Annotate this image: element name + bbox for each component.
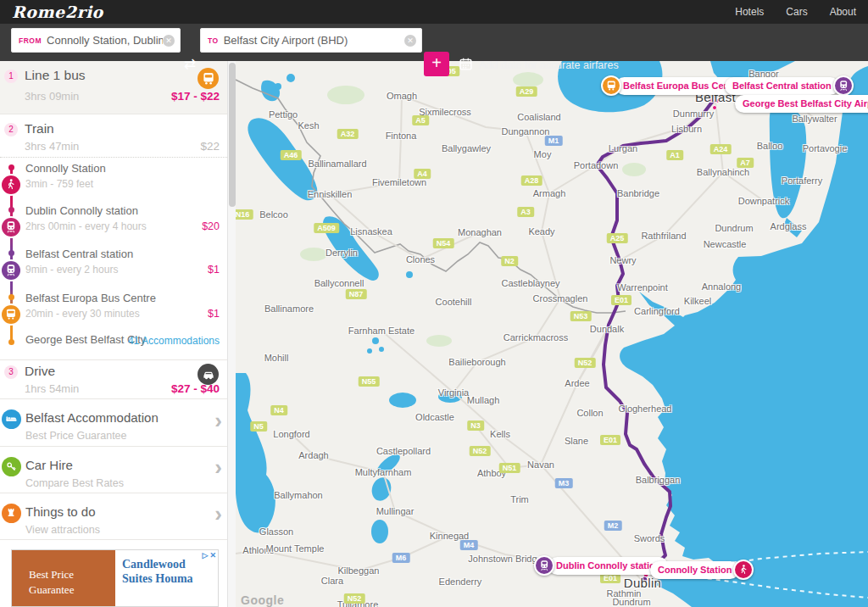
google-watermark: Google bbox=[241, 593, 284, 607]
clear-from-icon[interactable]: ✕ bbox=[163, 35, 175, 47]
route-title: Train bbox=[25, 121, 54, 136]
ad-left-text: Best Price Guarantee bbox=[12, 550, 115, 606]
swap-icon[interactable] bbox=[181, 52, 198, 76]
promo-car-hire[interactable]: Car Hire Compare Best Rates bbox=[0, 447, 227, 493]
route-price: $27 - $40 bbox=[171, 382, 220, 395]
scrollbar-thumb[interactable] bbox=[229, 63, 236, 207]
leg-detail: 2hrs 00min - every 4 hours bbox=[25, 220, 147, 232]
promo-title: Car Hire bbox=[25, 458, 73, 472]
promo-subtitle: View attractions bbox=[25, 524, 100, 536]
bus-icon bbox=[198, 68, 219, 89]
train-icon bbox=[534, 555, 554, 576]
rome2rio-logo[interactable]: Rome2rio bbox=[12, 3, 103, 21]
results-sidebar: 1 Line 1 bus 3hrs 09min $17 - $22 2 Trai… bbox=[0, 61, 227, 607]
bed-icon bbox=[2, 409, 21, 429]
route-duration: 3hrs 09min bbox=[25, 90, 79, 103]
calendar-icon[interactable] bbox=[459, 57, 473, 71]
train-route-details: Connolly Station 3min - 759 feet Dublin … bbox=[0, 158, 227, 360]
chevron-right-icon bbox=[214, 408, 222, 434]
add-date-hint[interactable]: Add date for accurate airfares bbox=[479, 59, 619, 71]
timeline-dot bbox=[8, 250, 14, 256]
timeline-dot bbox=[8, 339, 14, 345]
from-field[interactable]: FROM ✕ bbox=[11, 28, 181, 53]
marker-label: Connolly Station bbox=[650, 561, 739, 579]
to-label: TO bbox=[208, 36, 219, 45]
castle-icon bbox=[2, 504, 21, 523]
accommodations-link[interactable]: 41 Accommodations bbox=[128, 335, 220, 347]
walk-icon bbox=[733, 560, 754, 580]
marker-label: George Best Belfast City Airport bbox=[735, 95, 868, 113]
map-marker-belfast-central-station[interactable]: Belfast Central station bbox=[725, 75, 854, 96]
train-icon bbox=[2, 261, 20, 280]
promo-accommodation[interactable]: Belfast Accommodation Best Price Guarant… bbox=[0, 399, 227, 447]
map-canvas[interactable]: PettigoKeshOmaghSixmilecrossFintonaBally… bbox=[236, 61, 868, 607]
leg-station: Belfast Europa Bus Centre bbox=[25, 292, 156, 304]
walk-icon bbox=[2, 175, 20, 194]
promo-title: Belfast Accommodation bbox=[25, 410, 159, 425]
leg-station: Connolly Station bbox=[25, 162, 106, 175]
from-input[interactable] bbox=[47, 34, 163, 47]
bus-icon bbox=[601, 75, 621, 96]
timeline-dot bbox=[8, 294, 14, 300]
leg-detail: 20min - every 30 minutes bbox=[25, 308, 140, 320]
route-number: 1 bbox=[4, 70, 18, 83]
leg-price: $1 bbox=[208, 308, 220, 320]
leg-price: $1 bbox=[208, 264, 220, 276]
advertisement[interactable]: Best Price Guarantee Candlewood Suites H… bbox=[11, 549, 219, 607]
map-marker-connolly-station[interactable]: Connolly Station bbox=[650, 560, 754, 580]
nav-cars[interactable]: Cars bbox=[786, 6, 807, 18]
route-duration: 1hrs 54min bbox=[25, 382, 79, 395]
top-header: Rome2rio Hotels Cars About bbox=[0, 0, 868, 24]
adchoices-icon[interactable] bbox=[203, 551, 216, 560]
leg-detail: 3min - 759 feet bbox=[25, 178, 93, 190]
leg-station: Belfast Central station bbox=[25, 248, 133, 260]
timeline-dot bbox=[8, 164, 14, 170]
promo-title: Things to do bbox=[25, 504, 96, 519]
route-number: 3 bbox=[4, 365, 18, 379]
promo-subtitle: Best Price Guarantee bbox=[25, 430, 127, 442]
leg-price: $20 bbox=[202, 220, 220, 232]
train-icon bbox=[2, 218, 20, 237]
search-bar: FROM ✕ TO ✕ + Add date for accurate airf… bbox=[0, 24, 868, 61]
route-option-drive[interactable]: 3 Drive 1hrs 54min $27 - $40 bbox=[0, 360, 227, 399]
key-icon bbox=[2, 457, 21, 476]
marker-label: Belfast Central station bbox=[725, 77, 839, 95]
map-artwork bbox=[236, 61, 868, 607]
clear-to-icon[interactable]: ✕ bbox=[404, 35, 416, 47]
leg-detail: 9min - every 2 hours bbox=[25, 264, 118, 276]
leg-station: Dublin Connolly station bbox=[25, 204, 138, 217]
map-marker-george-best-belfast-city-airport[interactable]: George Best Belfast City Airport bbox=[735, 95, 868, 113]
top-nav: Hotels Cars About bbox=[735, 6, 856, 18]
route-number: 2 bbox=[4, 123, 18, 136]
nav-about[interactable]: About bbox=[830, 6, 856, 18]
route-title: Line 1 bus bbox=[25, 68, 86, 83]
nav-hotels[interactable]: Hotels bbox=[735, 6, 764, 18]
train-icon bbox=[833, 75, 854, 96]
add-destination-button[interactable]: + bbox=[424, 52, 449, 76]
timeline-dot bbox=[8, 207, 14, 213]
route-price: $17 - $22 bbox=[171, 90, 220, 103]
chevron-right-icon bbox=[214, 501, 222, 527]
route-option-train[interactable]: 2 Train 3hrs 47min $22 bbox=[0, 114, 227, 158]
ad-link-text[interactable]: Candlewood Suites Houma bbox=[115, 550, 218, 606]
map-marker-dublin-connolly-station[interactable]: Dublin Connolly station bbox=[534, 555, 668, 576]
route-price: $22 bbox=[200, 140, 220, 153]
bus-icon bbox=[2, 305, 20, 324]
route-title: Drive bbox=[25, 364, 55, 379]
route-duration: 3hrs 47min bbox=[25, 140, 79, 153]
to-field[interactable]: TO ✕ bbox=[200, 28, 422, 53]
promo-subtitle: Compare Best Rates bbox=[25, 477, 124, 489]
to-input[interactable] bbox=[224, 34, 404, 47]
sidebar-scrollbar bbox=[227, 61, 236, 607]
chevron-right-icon bbox=[214, 454, 222, 481]
promo-things-to-do[interactable]: Things to do View attractions bbox=[0, 493, 227, 540]
from-label: FROM bbox=[19, 36, 42, 45]
